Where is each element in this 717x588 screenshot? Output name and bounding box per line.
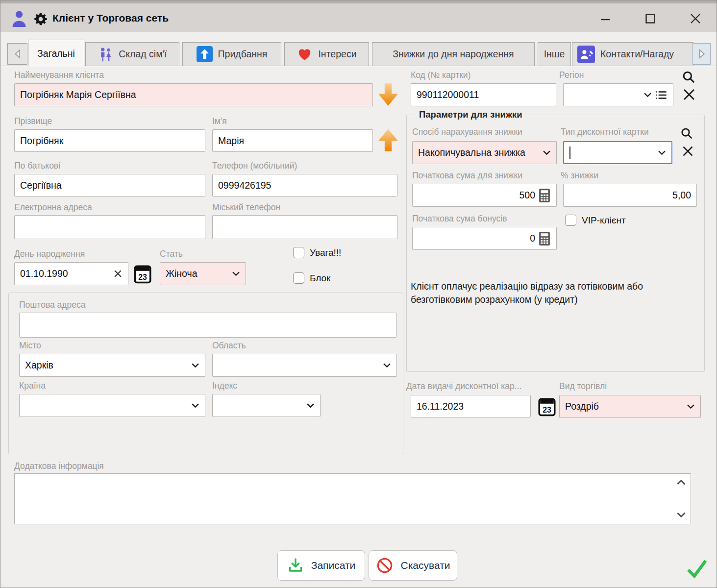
card-code-field[interactable]: 990112000011 [411,83,556,106]
scroll-up-icon[interactable] [675,478,687,487]
list-icon[interactable] [655,90,668,100]
client-name-value: Погрібняк Марія Сергіївна [20,89,367,100]
card-code-label: Код (№ картки) [411,70,470,80]
firstname-label: Ім'я [212,116,227,126]
issue-date-label: Дата видачі дисконтної кар... [406,381,521,392]
city-label: Місто [19,341,41,351]
move-down-arrow-icon[interactable] [377,79,399,110]
tab-other[interactable]: Інше [538,42,571,66]
block-checkbox-label: Блок [310,273,330,284]
tab-general[interactable]: Загальні [28,40,84,67]
oblast-select[interactable] [212,354,397,377]
issue-date-calendar-icon[interactable]: 23 [538,396,556,417]
country-select[interactable] [19,394,205,417]
text-caret [569,147,570,159]
svg-text:23: 23 [543,406,551,414]
discount-group-title: Параметри для знижки [416,109,526,120]
chevron-down-icon [383,363,391,368]
tab-other-label: Інше [544,49,565,60]
attention-checkbox-label: Увага!!! [310,247,341,258]
tab-birthday-discounts[interactable]: Знижки до дня народження [372,42,535,66]
gear-icon [32,10,49,28]
tab-contacts[interactable]: Контакти/Нагаду [572,42,693,66]
mobile-phone-label: Телефон (мобільний) [212,161,297,171]
region-search-icon[interactable] [681,69,696,85]
firstname-field[interactable]: Марія [212,129,373,152]
additional-info-textarea[interactable] [14,473,691,524]
card-type-clear-icon[interactable] [680,144,695,158]
start-sum-label: Початкова сума для знижки [412,171,522,181]
family-icon [98,47,113,62]
cancel-button[interactable]: Скасувати [369,550,457,581]
block-checkbox[interactable] [293,272,304,284]
tab-family[interactable]: Склад сім'ї [85,42,179,66]
start-sum-field[interactable]: 500 [412,184,557,207]
card-type-label: Тип дисконтної картки [561,127,649,137]
calculator-icon[interactable] [538,188,551,203]
birthday-label: День народження [14,249,85,259]
city-select[interactable]: Харків [19,354,205,377]
gender-value: Жіноча [166,268,229,279]
birthday-clear-icon[interactable] [113,269,123,278]
bonus-sum-field[interactable]: 0 [412,227,557,250]
city-value: Харків [25,360,188,371]
maximize-button[interactable] [639,9,662,28]
svg-text:23: 23 [138,273,147,281]
country-label: Країна [19,381,46,391]
index-select[interactable] [212,394,321,417]
patronymic-field[interactable]: Сергіївна [14,174,205,196]
city-phone-field[interactable] [212,215,397,239]
region-label: Регіон [559,70,584,80]
birthday-calendar-icon[interactable]: 23 [133,264,152,284]
gender-select[interactable]: Жіноча [160,262,246,285]
client-name-label: Найменування клієнта [14,70,104,80]
scroll-down-icon[interactable] [675,510,687,519]
card-type-select[interactable] [563,141,672,164]
client-name-field[interactable]: Погрібняк Марія Сергіївна [14,83,373,106]
card-type-search-icon[interactable] [679,126,694,141]
minimize-button[interactable] [593,9,617,28]
vip-checkbox-label: VIP-клієнт [582,215,626,226]
tab-purchases-label: Придбання [218,49,268,60]
client-person-icon [10,8,28,29]
tab-scroll-left-button[interactable] [7,43,27,65]
calculator-icon[interactable] [538,231,551,246]
save-button[interactable]: Записати [277,550,365,581]
email-field[interactable] [14,215,205,239]
percent-field[interactable]: 5,00 [563,184,697,207]
index-label: Індекс [212,381,237,391]
percent-value: 5,00 [569,190,691,201]
issue-date-field[interactable]: 16.11.2023 [411,395,531,417]
issue-date-value: 16.11.2023 [417,401,525,412]
city-phone-label: Міський телефон [212,202,280,213]
trade-type-select[interactable]: Роздріб [559,395,701,418]
confirm-check-icon[interactable] [685,557,709,580]
tab-scroll-right-button[interactable] [692,43,711,65]
postal-address-field[interactable] [19,313,396,338]
purchase-arrow-icon [197,46,213,62]
vip-checkbox[interactable] [565,215,576,226]
move-up-arrow-icon[interactable] [377,125,399,155]
birthday-field[interactable]: 01.10.1990 [14,262,128,285]
gender-label: Стать [160,249,183,259]
attention-checkbox[interactable] [293,247,304,258]
contacts-icon [577,46,595,63]
mobile-phone-field[interactable]: 0999426195 [212,174,397,196]
discount-method-select[interactable]: Накопичувальна знижка [412,141,557,164]
tab-interests[interactable]: Інтереси [284,42,369,66]
chevron-down-icon [687,404,695,409]
region-clear-icon[interactable] [681,87,697,102]
percent-label: % знижки [561,171,598,181]
payment-note: Клієнт оплачує реалізацію відразу за гот… [411,280,673,307]
discount-method-label: Спосіб нарахування знижки [412,127,522,137]
card-code-value: 990112000011 [417,89,550,100]
tab-general-label: Загальні [37,48,75,59]
save-button-label: Записати [311,560,356,571]
tab-purchases[interactable]: Придбання [182,42,281,66]
close-button[interactable] [684,9,707,28]
start-sum-value: 500 [418,190,535,201]
discount-method-value: Накопичувальна знижка [418,147,540,158]
region-select[interactable] [563,83,673,106]
patronymic-value: Сергіївна [20,180,199,191]
surname-field[interactable]: Погрібняк [14,129,205,152]
